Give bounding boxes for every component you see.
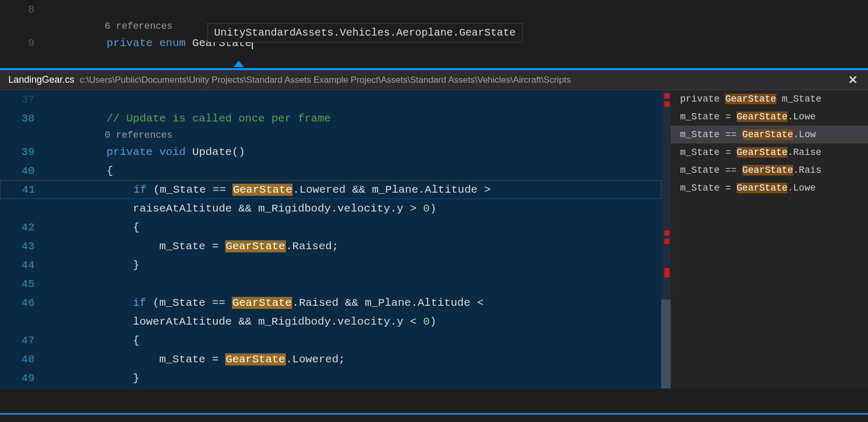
current-line[interactable]: 41 if (m_State == GearState.Lowered && m… [0, 180, 661, 199]
code-text: (m_State == [146, 297, 232, 309]
line-number: 48 [0, 353, 47, 365]
highlighted-symbol: GearState [232, 184, 293, 196]
code-line[interactable]: 8 [0, 0, 868, 19]
peek-body: 37 38 // Update is called once per frame… [0, 90, 868, 388]
line-number: 38 [0, 113, 47, 125]
line-number: 9 [0, 37, 47, 49]
keyword-private: private [106, 37, 152, 49]
code-text: m_State = [159, 353, 225, 365]
peek-editor[interactable]: 37 38 // Update is called once per frame… [0, 90, 661, 388]
number-literal: 0 [423, 203, 430, 215]
reference-item[interactable]: m_State = GearState.Raise [671, 143, 868, 161]
reference-item[interactable]: m_State = GearState.Lowe [671, 179, 868, 197]
scrollbar-thumb[interactable] [661, 299, 671, 388]
scrollbar-marker [664, 268, 670, 277]
keyword-enum: enum [159, 37, 185, 49]
peek-tab-bar[interactable]: LandingGear.cs c:\Users\Public\Documents… [0, 70, 868, 90]
highlighted-symbol: GearState [737, 183, 787, 193]
code-text: (m_State == [147, 184, 232, 196]
highlighted-symbol: GearState [225, 353, 285, 365]
tab-filepath: c:\Users\Public\Documents\Unity Projects… [80, 75, 571, 85]
scrollbar-marker [664, 93, 670, 98]
top-editor-pane: 8 6 references 9 private enum GearState … [0, 0, 868, 68]
line-number: 40 [0, 165, 47, 177]
line-number: 37 [0, 94, 47, 106]
highlighted-symbol: GearState [725, 94, 776, 104]
intellisense-tooltip: UnityStandardAssets.Vehicles.Aeroplane.G… [207, 23, 522, 42]
peek-separator [0, 413, 868, 415]
brace: } [133, 372, 140, 384]
brace: } [133, 259, 140, 271]
code-text: raiseAtAltitude && m_Rigidbody.velocity.… [133, 203, 424, 215]
line-number: 45 [0, 278, 47, 290]
reference-item[interactable]: m_State == GearState.Rais [671, 161, 868, 179]
brace: { [133, 335, 140, 347]
line-number: 8 [0, 4, 47, 16]
reference-item[interactable]: m_State = GearState.Lowe [671, 108, 868, 126]
highlighted-symbol: GearState [742, 129, 793, 140]
code-text: .Lowered && m_Plane.Altitude > [293, 184, 497, 196]
vertical-scrollbar[interactable] [661, 90, 671, 388]
highlighted-symbol: GearState [737, 112, 787, 122]
line-number: 47 [0, 335, 47, 347]
scrollbar-marker [664, 102, 670, 107]
brace: { [106, 165, 113, 177]
keyword: if [133, 184, 147, 196]
line-number: 41 [1, 184, 48, 196]
keyword: void [159, 146, 185, 158]
number-literal: 0 [423, 316, 430, 328]
reference-item[interactable]: private GearState m_State [671, 90, 868, 108]
keyword: if [133, 297, 146, 309]
comment: // Update is called once per frame [106, 113, 330, 125]
code-text: m_State = [159, 240, 225, 252]
peek-reference-list[interactable]: private GearState m_State m_State = Gear… [671, 90, 868, 388]
scrollbar-marker [664, 230, 670, 236]
line-number: 39 [0, 146, 47, 158]
line-number: 49 [0, 372, 47, 384]
keyword: private [106, 146, 152, 158]
code-text: .Lowered; [286, 353, 345, 365]
line-number: 44 [0, 259, 47, 271]
line-number: 43 [0, 240, 47, 252]
code-text: ) [430, 316, 437, 328]
reference-item-selected[interactable]: m_State == GearState.Low [671, 126, 868, 143]
line-number: 46 [0, 297, 47, 309]
highlighted-symbol: GearState [737, 147, 787, 158]
code-text: .Raised; [286, 240, 339, 252]
highlighted-symbol: GearState [742, 165, 793, 175]
peek-indicator-icon [233, 61, 244, 67]
close-icon[interactable]: ✕ [848, 73, 858, 87]
method-name: Update() [192, 146, 245, 158]
code-text: lowerAtAltitude && m_Rigidbody.velocity.… [133, 316, 424, 328]
highlighted-symbol: GearState [225, 240, 285, 252]
brace: { [133, 221, 140, 234]
tab-filename: LandingGear.cs [8, 74, 74, 85]
scrollbar-marker [664, 239, 670, 244]
highlighted-symbol: GearState [232, 297, 292, 309]
line-number: 42 [0, 221, 47, 234]
code-text: ) [430, 203, 437, 215]
code-text: .Raised && m_Plane.Altitude < [292, 297, 490, 309]
codelens-references[interactable]: 0 references [0, 128, 661, 142]
